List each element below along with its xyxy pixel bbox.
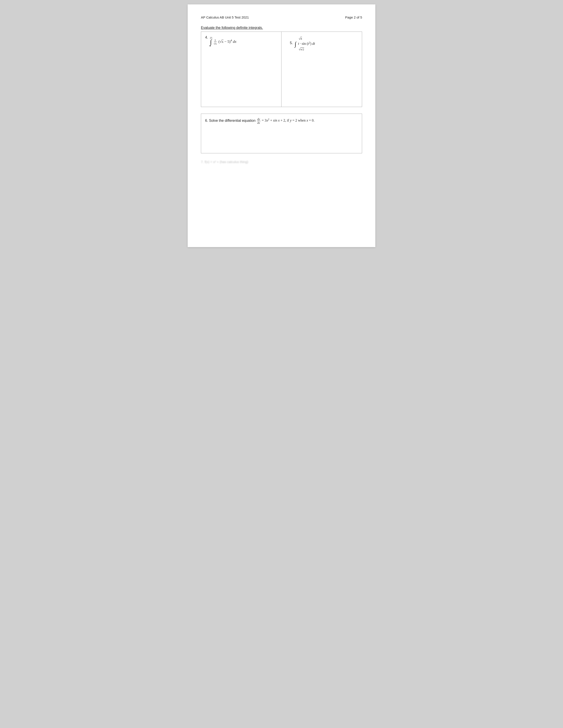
section-instruction: Evaluate the following definite integral… xyxy=(201,26,362,30)
problem-5-upper-limit: √π xyxy=(299,37,358,41)
problem-5-integrand: t · sin (t2) dt xyxy=(298,41,315,46)
problem-6-content: 6. Solve the differential equation dy dx… xyxy=(205,117,358,124)
problems-grid: 4. 25 ∫ 9 1 √x (√x − 5)4 dx xyxy=(201,32,362,107)
fraction-1-sqrtx: 1 √x xyxy=(213,38,217,45)
exam-page: AP Calculus AB Unit 5 Test 2021 Page 2 o… xyxy=(188,4,375,247)
problem-6-equation: = 3x2 + sin x + 2, if y = 2 when x = 0. xyxy=(262,118,315,122)
integral-symbol-4: 25 ∫ 9 xyxy=(210,37,212,47)
problem-5-integral-line: 5. ∫ t · sin (t2) dt xyxy=(290,41,358,47)
problem-6-label: 6. Solve the differential equation xyxy=(205,119,255,123)
problem-4-cell: 4. 25 ∫ 9 1 √x (√x − 5)4 dx xyxy=(201,32,282,107)
problem-4-content: 4. 25 ∫ 9 1 √x (√x − 5)4 dx xyxy=(205,35,277,47)
blurred-next-problem: 7. f(x) = x² + (has calculus thing) xyxy=(201,160,362,164)
problem-5-cell: √π 5. ∫ t · sin (t2) dt √π/2 xyxy=(282,32,362,107)
problem-4-label: 4. xyxy=(205,36,208,39)
problem-4-integral: 25 ∫ 9 1 √x (√x − 5)4 dx xyxy=(210,37,236,47)
problem-5-lower-limit: √π/2 xyxy=(299,48,358,51)
exam-title: AP Calculus AB Unit 5 Test 2021 xyxy=(201,15,249,19)
problem-6-box: 6. Solve the differential equation dy dx… xyxy=(201,114,362,153)
problem-5-label: 5. xyxy=(290,41,293,45)
integral-symbol-5: ∫ xyxy=(295,41,296,47)
problem-6-dyoverdx: dy dx xyxy=(256,117,261,124)
page-header: AP Calculus AB Unit 5 Test 2021 Page 2 o… xyxy=(201,15,362,19)
problem-5-content: √π 5. ∫ t · sin (t2) dt √π/2 xyxy=(286,35,358,51)
page-number: Page 2 of 5 xyxy=(345,15,362,19)
